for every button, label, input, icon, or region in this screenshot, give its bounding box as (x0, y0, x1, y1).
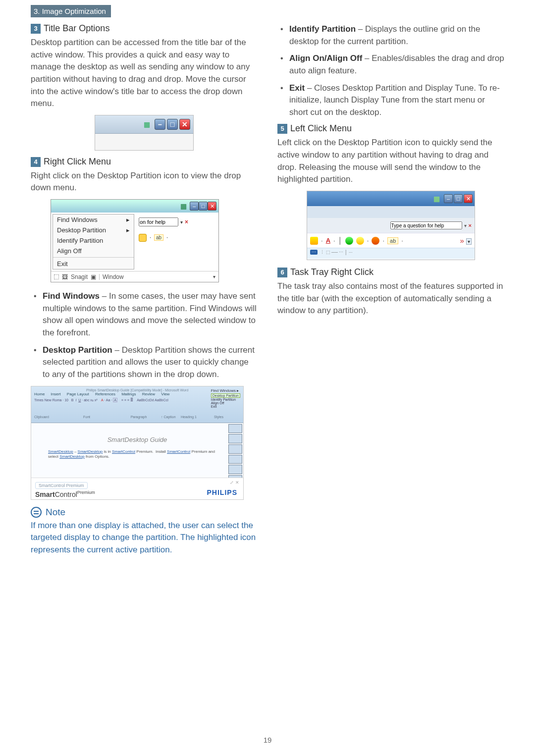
doc-link[interactable]: SmartDesktop (78, 449, 103, 454)
philips-logo: PHILIPS (207, 488, 237, 496)
ribbon-tab[interactable]: Mailings (121, 392, 136, 396)
highlight-ab-icon[interactable]: ab (154, 234, 163, 241)
section-5-title: 5Left Click Menu (277, 123, 504, 134)
style-chip[interactable]: AaBbCcI (155, 398, 168, 402)
section-4-title: 4Right Click Menu (31, 157, 258, 167)
bullet-exit: Exit – Closes Desktop Partition and Disp… (277, 82, 504, 119)
minimize-button[interactable]: – (155, 119, 165, 130)
minimize-button[interactable]: – (190, 202, 199, 211)
figure-titlebar: ▦ – □ ✕ (95, 115, 194, 151)
bullet-align-on-off: Align On/Align Off – Enables/disables th… (277, 53, 504, 77)
badge-3: 3 (31, 24, 41, 34)
partition-thumb[interactable] (228, 424, 242, 433)
ribbon-tab[interactable]: Page Layout (67, 392, 89, 396)
menu-label: Align Off (57, 247, 82, 255)
bullet-desktop-partition: Desktop Partition – Desktop Partition sh… (31, 344, 258, 381)
note-label: Note (46, 507, 65, 518)
close-x-icon[interactable]: × (185, 218, 188, 225)
section-4-bullets: Find Windows – In some cases, the user m… (31, 290, 258, 380)
bullet-find-windows: Find Windows – In some cases, the user m… (31, 290, 258, 339)
bullet-identify-partition: Identify Partition – Displays the outlin… (277, 23, 504, 48)
section-header-tab: 3. Image Optimization (31, 5, 111, 17)
section-6-body: The task tray also contains most of the … (277, 280, 504, 317)
dropdown-icon[interactable]: ▾ (464, 223, 467, 228)
figure-word-ribbon: Philips SmartDesktop Guide [Compatibilit… (31, 386, 244, 500)
help-search-input[interactable] (390, 221, 462, 229)
close-x-icon[interactable]: × (469, 222, 472, 228)
figure-context-menu: ▦ – □ ✕ Find Windows▸ Desktop Partition▸… (51, 199, 219, 282)
figure-left-click: ▦ – □ ✕ ▾ × · A· │ · · ab· » ▾ (307, 191, 475, 260)
maximize-button[interactable]: □ (454, 194, 463, 203)
doc-link[interactable]: SmartControl (167, 449, 190, 454)
doc-link[interactable]: SmartControl (112, 449, 135, 454)
font-selector[interactable]: Times New Roma · 10 (34, 398, 68, 402)
ribbon-tab[interactable]: Review (142, 392, 155, 396)
partition-thumb[interactable] (228, 455, 242, 464)
style-chip[interactable]: AaBbCcDd (137, 398, 154, 402)
right-bullets: Identify Partition – Displays the outlin… (277, 23, 504, 118)
minimize-button[interactable]: – (444, 194, 453, 203)
close-button[interactable]: ✕ (464, 194, 473, 203)
style-chip[interactable]: ↑ Caption (161, 415, 181, 419)
ribbon-tabs: Home Insert Page Layout References Maili… (34, 392, 240, 396)
dropdown-icon[interactable]: ▾ (466, 238, 472, 245)
pencil-icon[interactable] (139, 234, 147, 242)
doc-link[interactable]: SmartDesktop (59, 454, 85, 459)
font-color-icon[interactable]: A (326, 237, 330, 244)
side-menu-item: Align Off (211, 401, 240, 405)
close-button[interactable]: ✕ (208, 202, 216, 211)
note-heading: Note (31, 507, 258, 518)
section-4-title-text: Right Click Menu (44, 157, 111, 166)
menu-desktop-partition[interactable]: Desktop Partition▸ (53, 225, 134, 235)
section-5-body: Left click on the Desktop Partition icon… (277, 137, 504, 186)
badge-6: 6 (277, 268, 287, 277)
left-column: 3Title Bar Options Desktop partition can… (31, 19, 258, 556)
partition-thumb[interactable] (228, 434, 242, 443)
document-title: SmartDesktop Guide (48, 436, 226, 443)
section-3-body: Desktop partition can be accessed from t… (31, 37, 258, 110)
highlight-ab-icon[interactable]: ab (387, 237, 398, 244)
orange-circle-icon[interactable] (372, 237, 379, 245)
green-circle-icon[interactable] (345, 237, 353, 245)
menu-align-off[interactable]: Align Off (53, 246, 134, 256)
doc-link[interactable]: SmartDesktop (48, 449, 73, 454)
partition-grid-icon: ▦ (431, 193, 442, 204)
help-search-input[interactable] (139, 217, 178, 226)
yellow-circle-icon[interactable] (356, 237, 364, 245)
ribbon-group: Paragraph (116, 415, 161, 419)
menu-identify-partition[interactable]: Identify Partition (53, 235, 134, 246)
section-6-title-text: Task Tray Right Click (290, 267, 374, 277)
close-button[interactable]: ✕ (179, 119, 190, 130)
section-6-title: 6Task Tray Right Click (277, 267, 504, 277)
partition-thumb[interactable] (228, 444, 242, 454)
formatting-toolbar: · A· │ · · ab· » ▾ (307, 233, 475, 248)
badge-4: 4 (31, 157, 41, 167)
figure-bottom-strip: ⋯ ⋮ ⬚ ── ⋯ │ ∙∙∙ (307, 248, 475, 259)
partition-thumb[interactable] (228, 465, 242, 474)
context-menu: Find Windows▸ Desktop Partition▸ Identif… (53, 214, 134, 270)
ribbon-tab[interactable]: Insert (51, 392, 61, 396)
menu-find-windows[interactable]: Find Windows▸ (53, 215, 134, 225)
ribbon-tab[interactable]: Home (34, 392, 45, 396)
section-5-title-text: Left Click Menu (290, 123, 352, 133)
snagit-icon: 🖼 (62, 273, 68, 280)
highlighter-icon[interactable] (310, 237, 318, 245)
maximize-button[interactable]: □ (199, 202, 208, 211)
menu-label: Exit (57, 260, 68, 268)
menu-label: Find Windows (57, 216, 98, 223)
section-3-title: 3Title Bar Options (31, 23, 258, 34)
toolbar-snagit-capture-icon[interactable]: ▣ (91, 273, 96, 280)
menu-label: Identify Partition (57, 237, 103, 244)
ribbon-tab[interactable]: References (95, 392, 115, 396)
partition-grid-icon: ▦ (141, 119, 152, 130)
maximize-button[interactable]: □ (167, 119, 178, 130)
separator-icon: │ (338, 237, 342, 244)
dropdown-icon[interactable]: ▾ (180, 219, 183, 225)
ribbon-tab[interactable]: View (161, 392, 169, 396)
style-chip[interactable]: Heading 1 (181, 415, 203, 419)
menu-label: Desktop Partition (57, 226, 106, 234)
menu-exit[interactable]: Exit (53, 259, 134, 269)
dropdown-icon[interactable]: ▾ (213, 274, 215, 279)
red-marker-icon[interactable]: » (460, 236, 464, 245)
submenu-arrow-icon: ▸ (126, 226, 130, 234)
